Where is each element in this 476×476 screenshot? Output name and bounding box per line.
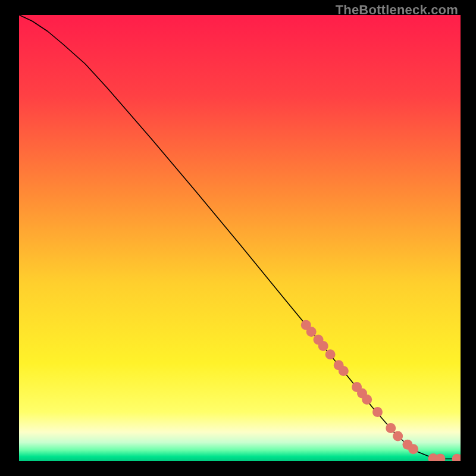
- gradient-background: [19, 15, 461, 461]
- marker-dot: [408, 444, 418, 454]
- marker-dot: [393, 431, 403, 441]
- marker-dot: [318, 341, 328, 351]
- chart-root: TheBottleneck.com: [0, 0, 476, 476]
- plot-area: [19, 15, 461, 461]
- marker-dot: [386, 423, 396, 433]
- marker-dot: [339, 366, 349, 376]
- plot-svg: [19, 15, 461, 461]
- marker-dot: [325, 349, 336, 359]
- marker-dot: [372, 407, 383, 417]
- marker-dot: [306, 327, 317, 337]
- marker-dot: [362, 394, 372, 405]
